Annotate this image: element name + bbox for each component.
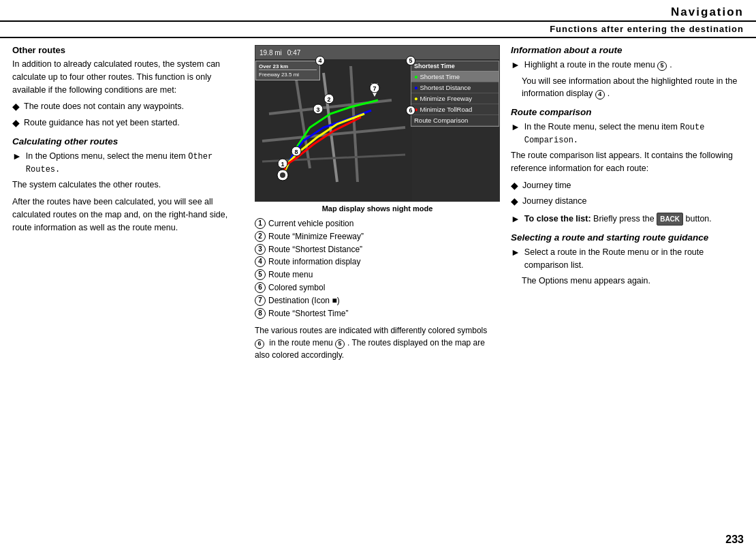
route-item-4[interactable]: Route Comparison [411,115,499,126]
map-label-5: 5 [406,56,415,65]
legend-text-6: Colored symbol [268,282,325,294]
comparison-arrow-item: ► In the Route menu, select the menu ite… [511,121,744,147]
close-list-label: To close the list: [524,214,591,224]
info-display-box: Over 23 km Freeway 23.5 mi 4 [255,61,320,80]
route-item-2[interactable]: Minimize Freeway [411,93,499,104]
bullet-waypoints: ◆ The route does not contain any waypoin… [12,100,244,114]
legend-text-3: Route “Shortest Distance” [268,244,362,256]
bullet-icon-4: ◆ [511,195,518,209]
page-header: Navigation [0,0,756,22]
legend-item-5: 5 Route menu [255,269,500,281]
legend-item-2: 2 Route “Minimize Freeway” [255,231,500,243]
map-distance: 19.8 mi [259,49,282,57]
back-button[interactable]: BACK [657,213,683,226]
map-time: 0:47 [287,49,300,57]
map-caption: Map display shows night mode [255,204,500,213]
bullet-journey-distance-text: Journey distance [522,195,587,208]
comparison-mono: Route Comparison. [524,123,705,145]
legend-text-5: Route menu [268,269,313,281]
calc-routes-p2: After the routes have been calculated, y… [12,196,244,234]
legend-num-7: 7 [255,295,266,306]
comparison-title: Route comparison [511,107,744,117]
svg-text:7: 7 [373,85,376,92]
route-menu-header: Shortest Time [411,61,499,72]
right-column: Information about a route ► Highlight a … [511,45,744,523]
bullet-icon-3: ◆ [511,179,518,193]
legend-item-3: 3 Route “Shortest Distance” [255,244,500,256]
calc-routes-arrow-item: ► In the Options menu, select the menu i… [12,150,244,176]
main-content: Other routes In addition to already calc… [0,38,756,523]
bullet-guidance: ◆ Route guidance has not yet been starte… [12,117,244,130]
route-menu-panel: Shortest Time Shortest Time Shortest Dis… [411,61,499,127]
info-box-title: Over 23 km [259,63,317,70]
legend-text-8: Route “Shortest Time” [268,308,348,320]
legend-item-4: 4 Route information display [255,256,500,268]
page-title: Navigation [671,5,744,18]
legend-item-6: 6 Colored symbol [255,282,500,294]
svg-text:3: 3 [316,106,319,113]
selecting-arrow-item: ► Select a route in the Route menu or in… [511,246,744,272]
legend-item-1: 1 Current vehicle position [255,218,500,230]
map-background: 19.8 mi 0:47 [255,46,499,201]
legend-list: 1 Current vehicle position 2 Route “Mini… [255,218,500,319]
calc-routes-title: Calculating other routes [12,136,244,147]
info-route-title: Information about a route [511,45,744,55]
bullet-waypoints-text: The route does not contain any waypoints… [24,100,184,113]
bullet-icon-2: ◆ [12,117,20,130]
legend-item-7: 7 Destination (Icon ■) [255,295,500,307]
page-subtitle: Functions after entering the destination [550,24,744,34]
bullet-journey-distance: ◆ Journey distance [511,195,744,209]
legend-num-6: 6 [255,282,266,293]
bullet-guidance-text: Route guidance has not yet been started. [24,117,180,129]
arrow-icon-2: ► [511,59,520,72]
calc-routes-p1: The system calculates the other routes. [12,179,244,191]
desc-circle-5: 5 [335,339,345,349]
legend-num-2: 2 [255,231,266,242]
info-circle-4: 4 [595,90,605,99]
legend-num-3: 3 [255,244,266,255]
comparison-arrow-text: In the Route menu, select the menu item … [524,121,744,147]
other-routes-title: Other routes [12,45,244,55]
route-item-1[interactable]: Shortest Distance [411,82,499,93]
info-route-arrow-text: Highlight a route in the route menu 5. [524,59,672,72]
close-list-item: ► To close the list: Briefly press the B… [511,213,744,226]
map-label-6: 6 [406,106,415,115]
bullet-journey-time-text: Journey time [522,179,571,192]
page-number: 233 [725,534,744,546]
legend-num-8: 8 [255,308,266,319]
svg-point-10 [280,172,285,178]
map-topbar: 19.8 mi 0:47 [255,46,499,59]
bullet-icon: ◆ [12,100,20,114]
legend-item-8: 8 Route “Shortest Time” [255,308,500,320]
info-route-desc: You will see information about the highl… [511,75,744,101]
map-label-4: 4 [315,56,325,65]
comparison-p1: The route comparison list appears. It co… [511,149,744,175]
map-image: 19.8 mi 0:47 [255,45,500,202]
selecting-p1: The Options menu appears again. [511,275,744,288]
arrow-icon-5: ► [511,246,520,260]
desc-circle-6: 6 [255,339,264,349]
selecting-title: Selecting a route and starting route gui… [511,232,744,243]
close-list-text: To close the list: Briefly press the BAC… [524,213,712,226]
arrow-icon-1: ► [12,150,22,164]
legend-num-5: 5 [255,269,266,280]
desc-paragraph: The various routes are indicated with di… [255,324,500,361]
map-roads-svg: 1 2 3 7 8 [255,59,412,202]
legend-text-2: Route “Minimize Freeway” [268,231,364,243]
selecting-arrow-text: Select a route in the Route menu or in t… [524,246,744,272]
route-item-0[interactable]: Shortest Time [411,72,499,82]
svg-text:2: 2 [327,96,330,103]
route-item-3[interactable]: Minimize TollRoad [411,104,499,115]
svg-text:1: 1 [281,161,284,168]
arrow-icon-4: ► [511,213,520,226]
legend-text-1: Current vehicle position [268,218,353,230]
calc-routes-arrow-text: In the Options menu, select the menu ite… [26,150,244,176]
info-circle-5: 5 [657,61,667,71]
legend-text-7: Destination (Icon ■) [268,295,340,307]
info-route-arrow-item: ► Highlight a route in the route menu 5. [511,59,744,72]
svg-text:8: 8 [294,149,298,155]
left-column: Other routes In addition to already calc… [12,45,244,523]
arrow-icon-3: ► [511,121,520,134]
legend-text-4: Route information display [268,256,360,268]
legend-num-1: 1 [255,218,266,229]
